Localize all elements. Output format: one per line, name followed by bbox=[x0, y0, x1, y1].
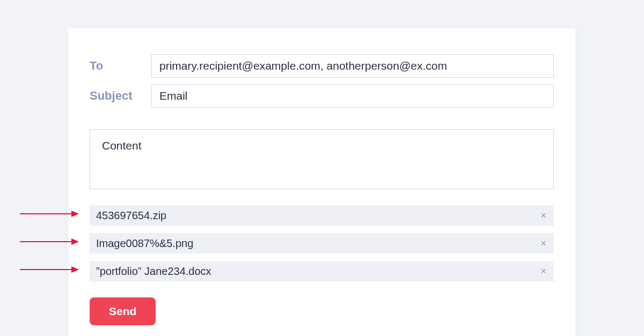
attachment-item: ”portfolio” Jane234.docx × bbox=[90, 261, 554, 281]
pointer-arrow-icon bbox=[20, 266, 74, 267]
subject-row: Subject bbox=[90, 84, 554, 108]
attachment-filename: 453697654.zip bbox=[96, 210, 166, 222]
pointer-arrow-icon bbox=[20, 210, 74, 211]
attachment-list: 453697654.zip × Image0087%&5.png × ”port… bbox=[90, 205, 554, 281]
to-label: To bbox=[90, 59, 151, 73]
pointer-arrow-icon bbox=[20, 238, 74, 239]
svg-marker-3 bbox=[71, 238, 79, 245]
attachment-filename: ”portfolio” Jane234.docx bbox=[96, 265, 211, 278]
svg-marker-5 bbox=[71, 266, 79, 273]
attachment-item: 453697654.zip × bbox=[90, 205, 554, 226]
to-input[interactable] bbox=[151, 54, 554, 78]
close-icon[interactable]: × bbox=[540, 266, 546, 276]
send-button[interactable]: Send bbox=[90, 297, 156, 325]
attachment-item: Image0087%&5.png × bbox=[90, 233, 554, 253]
attachment-filename: Image0087%&5.png bbox=[96, 237, 193, 250]
content-textarea[interactable] bbox=[90, 129, 554, 189]
subject-label: Subject bbox=[90, 89, 151, 103]
svg-marker-1 bbox=[71, 211, 79, 217]
content-row bbox=[90, 129, 554, 191]
close-icon[interactable]: × bbox=[540, 238, 546, 248]
subject-input[interactable] bbox=[151, 84, 554, 108]
close-icon[interactable]: × bbox=[540, 211, 546, 220]
compose-form: To Subject 453697654.zip × Image0087%&5.… bbox=[68, 28, 575, 336]
to-row: To bbox=[90, 54, 554, 78]
